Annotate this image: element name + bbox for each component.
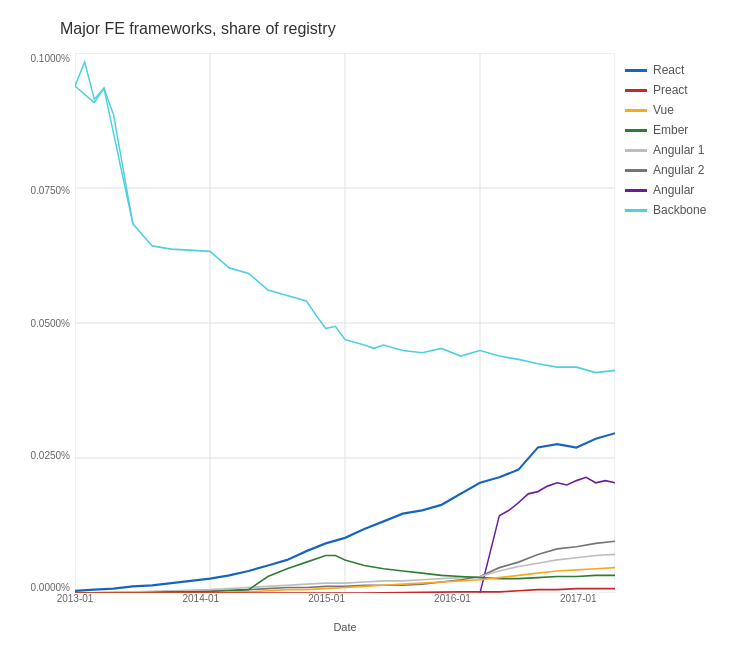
legend-item-angular1: Angular 1 [625,143,735,157]
legend-item-react: React [625,63,735,77]
chart-main: 0.1000% 0.0750% 0.0500% 0.0250% 0.0000% [20,53,615,633]
legend-label-react: React [653,63,684,77]
legend-color-angular1 [625,149,647,152]
legend-label-angular: Angular [653,183,694,197]
x-label-2017: 2017-01 [560,593,597,604]
svg-area [75,53,615,593]
legend: React Preact Vue Ember Angular 1 Angular… [625,53,735,633]
y-label-1: 0.1000% [31,53,75,64]
legend-item-ember: Ember [625,123,735,137]
legend-color-backbone [625,209,647,212]
legend-item-preact: Preact [625,83,735,97]
legend-color-angular [625,189,647,192]
legend-label-preact: Preact [653,83,688,97]
legend-color-ember [625,129,647,132]
legend-item-angular2: Angular 2 [625,163,735,177]
legend-color-preact [625,89,647,92]
chart-area: 0.1000% 0.0750% 0.0500% 0.0250% 0.0000% [20,53,735,633]
x-label-2016: 2016-01 [434,593,471,604]
backbone-spike [75,62,133,224]
x-axis-title: Date [75,621,615,633]
legend-color-react [625,69,647,72]
x-label-2015: 2015-01 [308,593,345,604]
legend-label-backbone: Backbone [653,203,706,217]
legend-label-ember: Ember [653,123,688,137]
legend-label-vue: Vue [653,103,674,117]
y-label-4: 0.0250% [31,450,75,461]
x-label-2013: 2013-01 [57,593,94,604]
legend-item-angular: Angular [625,183,735,197]
x-label-2014: 2014-01 [182,593,219,604]
legend-item-vue: Vue [625,103,735,117]
legend-label-angular2: Angular 2 [653,163,704,177]
y-label-3: 0.0500% [31,318,75,329]
legend-label-angular1: Angular 1 [653,143,704,157]
chart-title: Major FE frameworks, share of registry [60,20,735,38]
legend-item-backbone: Backbone [625,203,735,217]
chart-container: Major FE frameworks, share of registry 0… [0,0,745,668]
legend-color-angular2 [625,169,647,172]
y-axis: 0.1000% 0.0750% 0.0500% 0.0250% 0.0000% [20,53,75,593]
y-label-5: 0.0000% [31,582,75,593]
legend-color-vue [625,109,647,112]
y-label-2: 0.0750% [31,185,75,196]
